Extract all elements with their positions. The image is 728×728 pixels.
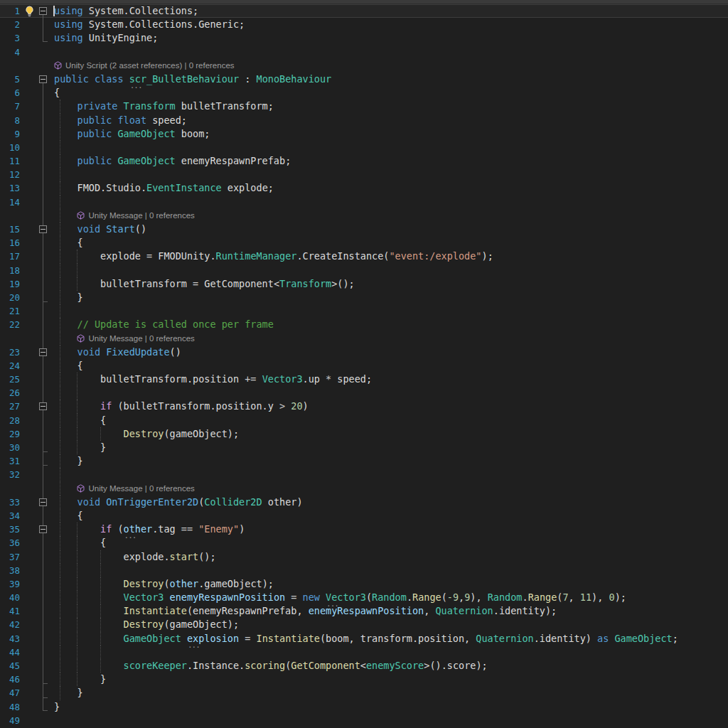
- fold-minus-box[interactable]: [39, 402, 47, 410]
- code-content[interactable]: bulletTransform.position += Vector3.up *…: [50, 373, 728, 386]
- fold-minus-box[interactable]: [39, 225, 47, 233]
- code-line-39[interactable]: 39 Destroy(other.gameObject);: [0, 577, 728, 591]
- code-line-19[interactable]: 19 bulletTransform = GetComponent<Transf…: [0, 277, 728, 291]
- code-content[interactable]: Destroy(other.gameObject);: [50, 577, 728, 591]
- code-line-28[interactable]: 28 {: [0, 414, 728, 427]
- code-line-15[interactable]: 15 void Start(): [0, 223, 728, 236]
- line-number[interactable]: 43: [0, 632, 21, 646]
- code-line-10[interactable]: 10: [0, 141, 728, 154]
- code-line-49[interactable]: 49: [0, 714, 728, 727]
- code-content[interactable]: }: [50, 686, 728, 700]
- code-line-27[interactable]: 27 if (bulletTransform.position.y > 20): [0, 400, 728, 413]
- code-line-34[interactable]: 34 {: [0, 509, 728, 523]
- codelens-label[interactable]: Unity Message | 0 references: [88, 332, 194, 346]
- code-content[interactable]: [50, 714, 728, 727]
- line-number[interactable]: 1: [0, 4, 21, 18]
- line-number[interactable]: [0, 209, 21, 223]
- code-content[interactable]: [50, 141, 728, 154]
- fold-collapse-button[interactable]: [37, 400, 50, 413]
- code-content[interactable]: {: [50, 86, 728, 100]
- code-line-45[interactable]: 45 scoreKeeper.Instance.scoring(GetCompo…: [0, 659, 728, 673]
- fold-collapse-button[interactable]: [37, 223, 50, 236]
- code-line-22[interactable]: 22 // Update is called once per frame: [0, 318, 728, 331]
- fold-collapse-button[interactable]: [37, 523, 50, 536]
- code-content[interactable]: GameObject explosion = Instantiate(boom,…: [50, 632, 728, 646]
- code-line-5[interactable]: 5public class scr_BulletBehaviour : Mono…: [0, 73, 728, 86]
- code-content[interactable]: using System.Collections.Generic;: [50, 18, 728, 31]
- code-content[interactable]: [50, 304, 728, 318]
- code-line-8[interactable]: 8 public float speed;: [0, 114, 728, 127]
- line-number[interactable]: [0, 332, 21, 346]
- code-line-41[interactable]: 41 Instantiate(enemyRespawnPrefab, enemy…: [0, 604, 728, 618]
- code-line-1[interactable]: 1using System.Collections;: [0, 4, 728, 18]
- line-number[interactable]: 13: [0, 181, 21, 195]
- code-content[interactable]: }: [50, 441, 728, 454]
- line-number[interactable]: 32: [0, 468, 21, 481]
- code-content[interactable]: explode = FMODUnity.RuntimeManager.Creat…: [50, 250, 728, 263]
- code-content[interactable]: public float speed;: [50, 114, 728, 127]
- fold-minus-box[interactable]: [39, 7, 47, 15]
- line-number[interactable]: 15: [0, 223, 21, 236]
- code-content[interactable]: // Update is called once per frame: [50, 318, 728, 331]
- code-content[interactable]: [50, 168, 728, 181]
- code-content[interactable]: {: [50, 536, 728, 550]
- line-number[interactable]: 24: [0, 359, 21, 373]
- glyph-margin[interactable]: [21, 4, 37, 18]
- line-number[interactable]: 41: [0, 604, 21, 618]
- code-line-6[interactable]: 6{: [0, 86, 728, 100]
- code-line-23[interactable]: 23 void FixedUpdate(): [0, 346, 728, 359]
- code-content[interactable]: void Start(): [50, 223, 728, 236]
- code-content[interactable]: if (other.tag == "Enemy"): [50, 523, 728, 536]
- line-number[interactable]: 34: [0, 509, 21, 523]
- code-line-38[interactable]: 38: [0, 564, 728, 577]
- code-content[interactable]: Unity Message | 0 references: [50, 482, 728, 496]
- fold-collapse-button[interactable]: [37, 73, 50, 86]
- line-number[interactable]: 7: [0, 100, 21, 113]
- code-content[interactable]: if (bulletTransform.position.y > 20): [50, 400, 728, 413]
- line-number[interactable]: 9: [0, 127, 21, 141]
- codelens-row[interactable]: Unity Message | 0 references: [0, 482, 728, 496]
- code-content[interactable]: using UnityEngine;: [50, 31, 728, 45]
- fold-collapse-button[interactable]: [37, 4, 50, 18]
- code-content[interactable]: public GameObject boom;: [50, 127, 728, 141]
- code-line-20[interactable]: 20 }: [0, 291, 728, 304]
- fold-minus-box[interactable]: [39, 498, 47, 506]
- code-content[interactable]: {: [50, 236, 728, 250]
- line-number[interactable]: 47: [0, 686, 21, 700]
- line-number[interactable]: 31: [0, 454, 21, 468]
- code-content[interactable]: Destroy(gameObject);: [50, 618, 728, 631]
- code-content[interactable]: [50, 264, 728, 277]
- code-line-46[interactable]: 46 }: [0, 673, 728, 686]
- code-content[interactable]: [50, 564, 728, 577]
- code-content[interactable]: {: [50, 509, 728, 523]
- line-number[interactable]: 22: [0, 318, 21, 331]
- line-number[interactable]: 29: [0, 427, 21, 441]
- codelens-label[interactable]: Unity Message | 0 references: [88, 482, 194, 496]
- code-line-31[interactable]: 31 }: [0, 454, 728, 468]
- line-number[interactable]: 11: [0, 154, 21, 168]
- line-number[interactable]: 36: [0, 536, 21, 550]
- codelens-row[interactable]: Unity Message | 0 references: [0, 332, 728, 346]
- code-content[interactable]: bulletTransform = GetComponent<Transform…: [50, 277, 728, 291]
- code-line-30[interactable]: 30 }: [0, 441, 728, 454]
- line-number[interactable]: 19: [0, 277, 21, 291]
- line-number[interactable]: 2: [0, 18, 21, 31]
- line-number[interactable]: 10: [0, 141, 21, 154]
- line-number[interactable]: 27: [0, 400, 21, 413]
- codelens-label[interactable]: Unity Message | 0 references: [88, 209, 194, 223]
- line-number[interactable]: 21: [0, 304, 21, 318]
- code-line-25[interactable]: 25 bulletTransform.position += Vector3.u…: [0, 373, 728, 386]
- code-content[interactable]: Unity Message | 0 references: [50, 209, 728, 223]
- line-number[interactable]: 25: [0, 373, 21, 386]
- line-number[interactable]: 39: [0, 577, 21, 591]
- line-number[interactable]: 23: [0, 346, 21, 359]
- codelens-label[interactable]: Unity Script (2 asset references) | 0 re…: [65, 59, 235, 73]
- code-line-42[interactable]: 42 Destroy(gameObject);: [0, 618, 728, 631]
- line-number[interactable]: 42: [0, 618, 21, 631]
- code-line-11[interactable]: 11 public GameObject enemyRespawnPrefab;: [0, 154, 728, 168]
- line-number[interactable]: 18: [0, 264, 21, 277]
- code-line-21[interactable]: 21: [0, 304, 728, 318]
- code-content[interactable]: [50, 196, 728, 209]
- line-number[interactable]: 40: [0, 591, 21, 604]
- line-number[interactable]: 26: [0, 386, 21, 400]
